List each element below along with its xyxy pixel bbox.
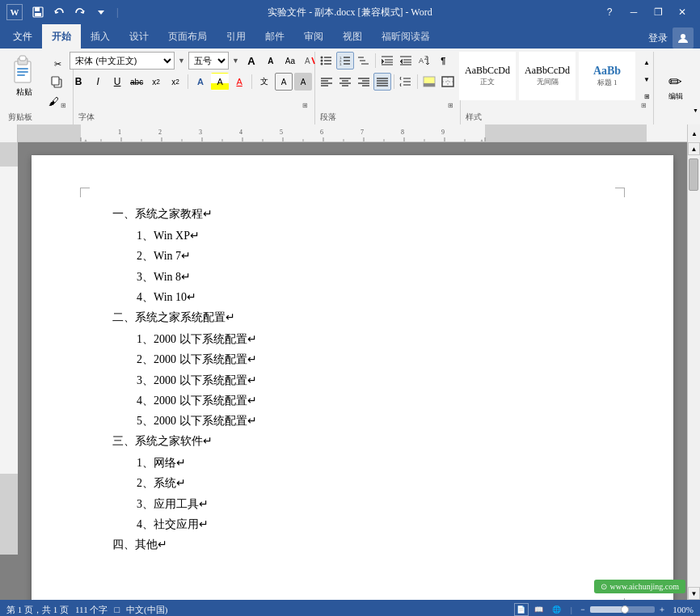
char-border-button[interactable]: A xyxy=(275,73,293,91)
style-heading1[interactable]: AaBb 标题 1 xyxy=(579,52,635,100)
corner-tr xyxy=(615,188,625,197)
view-read-button[interactable]: 📖 xyxy=(532,603,546,616)
redo-button[interactable] xyxy=(71,3,89,21)
italic-button[interactable]: I xyxy=(89,73,107,91)
restore-button[interactable]: ❐ xyxy=(647,3,669,21)
copy-button[interactable] xyxy=(44,74,70,91)
tab-review[interactable]: 审阅 xyxy=(294,24,333,49)
svg-text:3: 3 xyxy=(199,129,202,136)
editing-button[interactable]: ✏ 编辑 xyxy=(658,74,694,99)
bullets-button[interactable] xyxy=(318,52,335,70)
tab-view[interactable]: 视图 xyxy=(333,24,372,49)
font-family-select[interactable]: 宋体 (中文正文) xyxy=(70,52,175,70)
svg-rect-8 xyxy=(17,68,28,70)
style-nospace[interactable]: AaBbCcDd 无间隔 xyxy=(519,52,576,100)
text-effect-button[interactable]: A xyxy=(192,73,209,91)
align-right-button[interactable] xyxy=(355,73,373,91)
font-group: 宋体 (中文正文) ▼ 五号 ▼ A A Aa A B I U abc x2 xyxy=(74,52,315,124)
change-case-button[interactable]: Aa xyxy=(281,52,299,70)
close-button[interactable]: ✕ xyxy=(671,3,694,21)
decrease-font-button[interactable]: A xyxy=(262,52,280,70)
view-print-button[interactable]: 📄 xyxy=(514,603,529,616)
zoom-level: 100% xyxy=(669,605,694,614)
styles-expand-icon[interactable]: ⊞ xyxy=(641,102,647,109)
strikethrough-button[interactable]: abc xyxy=(128,73,145,91)
tab-file[interactable]: 文件 xyxy=(3,24,42,49)
user-icon-button[interactable] xyxy=(673,27,694,49)
document-content: 一、系统之家教程↵ 1、Win XP↵ 2、Win 7↵ 3、Win 8↵ 4、… xyxy=(112,204,609,555)
align-center-button[interactable] xyxy=(336,73,354,91)
subscript-button[interactable]: x2 xyxy=(147,73,165,91)
vertical-scrollbar[interactable]: ▲ ▼ xyxy=(687,142,700,600)
save-button[interactable] xyxy=(29,3,47,21)
tab-layout[interactable]: 页面布局 xyxy=(158,24,217,49)
tab-reader[interactable]: 福昕阅读器 xyxy=(372,24,440,49)
scroll-thumb[interactable] xyxy=(689,158,698,191)
section-1-item-1: 1、Win XP↵ xyxy=(137,226,609,246)
customize-qat-button[interactable] xyxy=(92,3,110,21)
ruler-area: 1 2 3 4 5 6 7 8 9 xyxy=(0,124,700,142)
scroll-up-arrow[interactable]: ▲ xyxy=(688,142,700,155)
tab-references[interactable]: 引用 xyxy=(217,24,255,49)
view-web-button[interactable]: 🌐 xyxy=(550,603,564,616)
svg-text:A: A xyxy=(419,57,424,65)
undo-button[interactable] xyxy=(50,3,68,21)
svg-rect-12 xyxy=(52,77,59,85)
font-group-content: 宋体 (中文正文) ▼ 五号 ▼ A A Aa A B I U abc x2 xyxy=(70,52,318,110)
paste-button[interactable]: 粘贴 ▼ xyxy=(6,52,43,107)
cut-button[interactable]: ✂ xyxy=(44,55,70,73)
format-painter-button[interactable]: 🖌 xyxy=(44,92,62,110)
zoom-out-button[interactable]: － xyxy=(579,604,587,615)
help-button[interactable]: ? xyxy=(598,3,621,21)
font-color-button[interactable]: A xyxy=(230,73,248,91)
document-area[interactable]: 一、系统之家教程↵ 1、Win XP↵ 2、Win 7↵ 3、Win 8↵ 4、… xyxy=(18,142,687,600)
zoom-in-button[interactable]: ＋ xyxy=(658,604,666,615)
increase-indent-button[interactable] xyxy=(397,52,415,70)
styles-group: AaBbCcDd 正文 AaBbCcDd 无间隔 AaBb 标题 1 ▲ ▼ ⊞… xyxy=(461,52,654,124)
multilevel-button[interactable] xyxy=(355,52,373,70)
scroll-down-arrow[interactable]: ▼ xyxy=(688,587,700,600)
svg-text:5: 5 xyxy=(280,129,283,136)
align-left-button[interactable] xyxy=(318,73,335,91)
increase-font-button[interactable]: A xyxy=(242,52,260,70)
svg-rect-61 xyxy=(424,83,435,86)
main-area: 一、系统之家教程↵ 1、Win XP↵ 2、Win 7↵ 3、Win 8↵ 4、… xyxy=(0,142,700,600)
svg-text:9: 9 xyxy=(441,129,445,136)
ruler-right-scroll-btn[interactable]: ▲ xyxy=(687,124,700,141)
sort-button[interactable]: AZ xyxy=(415,52,433,70)
highlight-button[interactable]: A xyxy=(211,73,229,91)
numbering-button[interactable]: 1.2.3. xyxy=(336,52,354,70)
bold-button[interactable]: B xyxy=(70,73,87,91)
tab-design[interactable]: 设计 xyxy=(120,24,158,49)
font-expand-icon[interactable]: ⊞ xyxy=(302,102,308,109)
underline-button[interactable]: U xyxy=(108,73,126,91)
style-normal[interactable]: AaBbCcDd 正文 xyxy=(459,52,516,100)
styles-scroll-up[interactable]: ▲ xyxy=(638,55,656,70)
clipboard-expand-icon[interactable]: ⊞ xyxy=(61,102,66,109)
paste-label: 粘贴 xyxy=(16,86,32,98)
tab-home[interactable]: 开始 xyxy=(42,24,81,49)
superscript-button[interactable]: x2 xyxy=(167,73,184,91)
show-marks-button[interactable]: ¶ xyxy=(434,52,452,70)
justify-button[interactable] xyxy=(373,73,391,91)
tab-mailings[interactable]: 邮件 xyxy=(255,24,294,49)
login-button[interactable]: 登录 xyxy=(643,30,673,47)
minimize-button[interactable]: ─ xyxy=(622,3,645,21)
svg-rect-67 xyxy=(485,124,647,141)
tab-insert[interactable]: 插入 xyxy=(81,24,120,49)
clipboard-group-label: 剪贴板 xyxy=(8,110,32,123)
decrease-indent-button[interactable] xyxy=(378,52,396,70)
shading-button[interactable] xyxy=(420,73,438,91)
font-size-select[interactable]: 五号 xyxy=(188,52,229,70)
zoom-slider[interactable] xyxy=(590,606,655,613)
char-shade-button[interactable]: A xyxy=(294,73,312,91)
svg-rect-65 xyxy=(18,124,81,141)
borders-button[interactable] xyxy=(439,73,457,91)
phonetic-button[interactable]: 文 xyxy=(255,73,273,91)
styles-scroll-down[interactable]: ▼ xyxy=(638,72,656,86)
scroll-track[interactable] xyxy=(688,155,700,587)
paragraph-expand-icon[interactable]: ⊞ xyxy=(448,102,453,109)
line-spacing-button[interactable] xyxy=(397,73,415,91)
svg-point-4 xyxy=(681,34,685,39)
clipboard-group: 粘贴 ▼ ✂ 🖌 剪贴板 ⊞ xyxy=(3,52,74,124)
